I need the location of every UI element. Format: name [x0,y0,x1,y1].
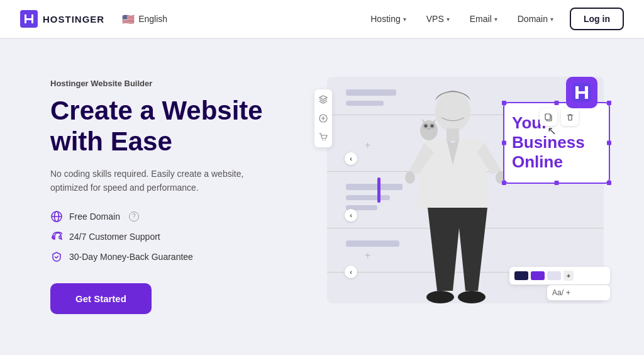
tooltip-icon[interactable]: ? [129,211,139,222]
layers-icon[interactable] [318,94,328,104]
navbar: HOSTINGER 🇺🇸 English Hosting ▾ VPS ▾ Ema… [0,0,644,38]
chevron-down-icon: ▾ [447,16,450,23]
nav-email-label: Email [470,14,492,24]
svg-point-9 [435,91,470,132]
get-started-button[interactable]: Get Started [50,283,152,314]
svg-point-7 [322,140,323,141]
delete-button[interactable] [561,108,579,126]
nav-email[interactable]: Email ▾ [461,9,506,29]
accent-bar [377,178,380,203]
svg-point-19 [431,125,434,128]
cart-icon[interactable] [318,132,328,142]
svg-rect-22 [545,114,550,120]
brand-name: HOSTINGER [43,14,104,25]
plus-marker-2: + [365,250,370,261]
builder-mockup: + + [314,77,616,316]
feature-support: 24/7 Customer Support [50,230,314,243]
font-plus[interactable]: + [566,288,570,297]
navbar-right: Hosting ▾ VPS ▾ Email ▾ Domain ▾ Log in [362,8,624,30]
language-label: English [138,14,167,24]
headset-icon [50,230,63,243]
logo[interactable]: HOSTINGER [20,10,104,28]
nav-domain-label: Domain [518,14,548,24]
login-button[interactable]: Log in [570,8,624,30]
hero-description: No coding skills required. Easily create… [50,167,252,195]
plus-marker-1: + [365,140,370,151]
feature-free-domain: Free Domain ? [50,210,314,223]
add-color-button[interactable]: + [564,271,574,281]
swatch-purple[interactable] [531,271,545,280]
color-swatch-bar: + [509,267,610,285]
svg-point-12 [458,291,486,303]
font-label: Aa/ [552,288,564,297]
nav-arrow-left-3[interactable]: ‹ [345,266,357,278]
hostinger-logo-icon [20,10,38,28]
brand-logo-preview [566,77,597,108]
builder-preview: + + [314,64,616,329]
feature-guarantee-text: 30-Day Money-Back Guarantee [69,252,193,262]
feature-domain-text: Free Domain [69,211,120,222]
hero-content: Hostinger Website Builder Create a Websi… [50,79,314,313]
floating-action-buttons [540,108,579,126]
feature-support-text: 24/7 Customer Support [69,232,160,242]
swatch-dark[interactable] [514,271,528,280]
h-logo-svg [572,83,591,102]
svg-rect-5 [59,236,61,239]
features-list: Free Domain ? 24/7 Customer Support [50,210,314,263]
font-bar: Aa/ + [547,285,610,300]
add-circle-icon[interactable] [318,113,328,123]
svg-point-8 [325,140,326,141]
hero-title: Create a Website with Ease [50,96,314,157]
navbar-left: HOSTINGER 🇺🇸 English [20,10,362,28]
nav-vps[interactable]: VPS ▾ [418,9,458,29]
svg-point-18 [425,125,428,128]
svg-point-15 [420,120,438,140]
chevron-down-icon: ▾ [550,16,553,23]
nav-arrow-left-1[interactable]: ‹ [345,152,357,165]
copy-button[interactable] [540,108,557,126]
language-selector[interactable]: 🇺🇸 English [122,13,167,25]
chevron-down-icon: ▾ [494,16,497,23]
svg-point-11 [426,291,454,303]
cursor-icon: ↖ [547,124,557,138]
swatch-light[interactable] [547,271,561,280]
svg-rect-10 [447,128,459,141]
left-toolbar [314,89,332,147]
flag-icon: 🇺🇸 [122,13,135,25]
feature-guarantee: 30-Day Money-Back Guarantee [50,251,314,263]
nav-vps-label: VPS [426,14,444,24]
nav-arrow-left-2[interactable]: ‹ [345,209,357,222]
nav-hosting-label: Hosting [370,14,400,24]
nav-hosting[interactable]: Hosting ▾ [362,9,414,29]
globe-icon [50,210,63,223]
hero-eyebrow: Hostinger Website Builder [50,79,314,88]
nav-domain[interactable]: Domain ▾ [509,9,562,29]
svg-point-13 [405,171,415,184]
hero-section: Hostinger Website Builder Create a Websi… [0,38,644,355]
business-line-3: Online [512,152,563,171]
person-figure [396,83,516,316]
shield-icon [50,251,63,263]
chevron-down-icon: ▾ [403,16,406,23]
